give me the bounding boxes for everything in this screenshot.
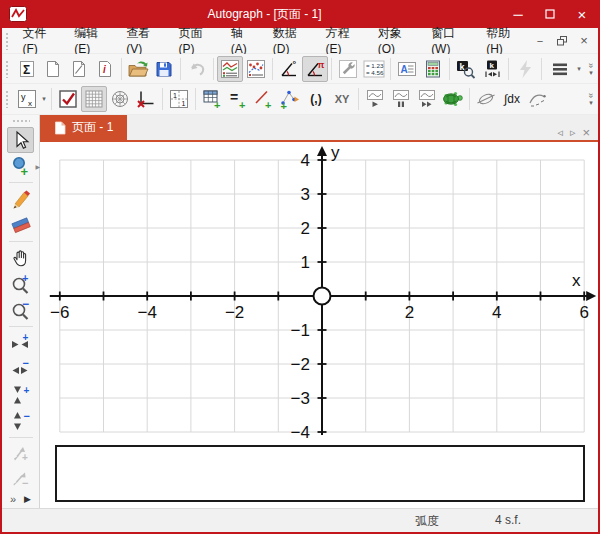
equation-entry-dropdown[interactable]: ▾ <box>40 95 48 103</box>
radians-mode-button[interactable]: π <box>302 56 328 82</box>
add-point-button[interactable]: + ▶ <box>7 153 34 179</box>
svg-text:+: + <box>23 385 29 396</box>
add-line-icon: + <box>253 88 275 110</box>
page-info-button[interactable]: i <box>92 56 118 82</box>
graph-page-mode-button[interactable] <box>217 56 243 82</box>
coordinates-icon: (,) <box>310 92 321 106</box>
eraser-button[interactable] <box>7 212 34 238</box>
zoom-out-y-button[interactable]: − <box>7 408 34 434</box>
autograph-window: Autograph - [页面 - 1] ─ × 文件(F)编辑(E)查看(V)… <box>0 0 600 534</box>
separator <box>508 58 509 80</box>
equation-entry-mode-button[interactable]: y x <box>14 86 40 112</box>
add-table-icon: + <box>201 88 223 110</box>
new-page-button[interactable] <box>40 56 66 82</box>
derivative-button[interactable] <box>525 86 551 112</box>
scribble-pen-button[interactable] <box>7 186 34 212</box>
fast-plot-button[interactable] <box>512 56 538 82</box>
svg-text:i: i <box>103 64 106 75</box>
polar-grid-button[interactable] <box>107 86 133 112</box>
add-straight-line-button[interactable]: + <box>251 86 277 112</box>
zoom-in-button[interactable]: + <box>7 271 34 297</box>
text-box-button[interactable]: A <box>394 56 420 82</box>
toolbar2-overflow-button[interactable]: » ▾ <box>584 92 598 106</box>
animation-pause-button[interactable] <box>388 86 414 112</box>
line-thickness-dropdown[interactable]: ▾ <box>575 65 583 73</box>
mdi-close-button[interactable]: × <box>574 32 594 50</box>
select-mode-button[interactable] <box>7 127 34 153</box>
statistics-mode-button[interactable] <box>243 56 269 82</box>
new-page-icon <box>43 59 63 79</box>
pencil-icon <box>10 188 32 210</box>
svg-text:k: k <box>490 61 495 70</box>
y-tick-label: 4 <box>301 151 310 170</box>
hide-axes-button[interactable] <box>133 86 159 112</box>
tab-bar: 页面 - 1 ◃ ▹ × <box>40 115 598 142</box>
calculator-button[interactable] <box>420 56 446 82</box>
mdi-restore-icon <box>557 36 568 46</box>
xy-data-button[interactable]: XY <box>329 86 355 112</box>
zoom-in-y-button[interactable]: + <box>7 382 34 408</box>
zoom-out-button[interactable]: − <box>7 297 34 323</box>
zoom-in-xy-icon: + <box>10 443 32 465</box>
tab-next-button[interactable]: ▹ <box>570 126 576 139</box>
slow-plot-button[interactable] <box>440 86 466 112</box>
add-equation-button[interactable]: = + <box>225 86 251 112</box>
save-button[interactable] <box>151 56 177 82</box>
new-graph-page-button[interactable] <box>66 56 92 82</box>
equal-aspect-button[interactable]: 1 1 <box>166 86 192 112</box>
zoom-out-icon: − <box>10 299 32 321</box>
add-data-table-button[interactable]: + <box>199 86 225 112</box>
constant-controller-button[interactable]: k <box>453 56 479 82</box>
status-bar: 弧度 4 s.f. <box>2 508 598 532</box>
wrench-icon <box>338 59 358 79</box>
sidebar-overflow: » ▶ <box>10 493 31 508</box>
zoom-out-xy-button[interactable]: − <box>7 467 34 493</box>
integral-button[interactable]: ∫dx <box>499 86 525 112</box>
enter-coordinates-button[interactable]: (,) <box>303 86 329 112</box>
zoom-out-x-button[interactable]: − <box>7 356 34 382</box>
animation-play-button[interactable] <box>362 86 388 112</box>
toolbar1-grip[interactable] <box>5 60 10 78</box>
close-button[interactable]: × <box>566 0 598 28</box>
undo-button[interactable] <box>184 56 210 82</box>
zoom-in-xy-button[interactable]: + <box>7 441 34 467</box>
mode-toolbar: + ▶ <box>2 115 40 508</box>
line-thickness-button[interactable] <box>545 56 575 82</box>
gradient-function-button[interactable] <box>473 86 499 112</box>
graph-plot-area[interactable]: −6−4−2246−4−3−2−11234xy <box>40 142 598 442</box>
checkbox-check-icon <box>57 88 79 110</box>
maximize-button[interactable] <box>534 0 566 28</box>
menubar-grip[interactable] <box>5 32 10 50</box>
svg-text:+: + <box>22 273 28 284</box>
toolbar1-overflow-button[interactable]: » ▾ <box>584 62 598 76</box>
mdi-restore-button[interactable] <box>552 32 572 50</box>
sidebar-more-button[interactable]: » <box>10 493 16 505</box>
animation-fast-forward-button[interactable] <box>414 86 440 112</box>
mdi-minimize-button[interactable]: − <box>530 32 550 50</box>
tab-close-button[interactable]: × <box>582 125 590 140</box>
sidebar-grip[interactable] <box>12 119 30 124</box>
svg-text:°: ° <box>293 59 297 69</box>
settings-button[interactable] <box>335 56 361 82</box>
open-file-button[interactable] <box>125 56 151 82</box>
tab-prev-button[interactable]: ◃ <box>557 126 563 139</box>
zoom-in-icon: + <box>10 273 32 295</box>
whiteboard-mode-button[interactable] <box>55 86 81 112</box>
animation-ffwd-icon <box>416 88 438 110</box>
new-statistics-page-button[interactable]: Σ <box>14 56 40 82</box>
add-shape-button[interactable]: + <box>277 86 303 112</box>
decimal-places-button[interactable]: = 1.23 = 4.56 <box>361 56 387 82</box>
zoom-in-x-button[interactable]: + <box>7 330 34 356</box>
toolbar2-grip[interactable] <box>5 90 10 108</box>
svg-text:π: π <box>318 60 325 70</box>
undo-icon <box>187 59 207 79</box>
new-graph-page-icon <box>69 59 89 79</box>
sidebar-expand-button[interactable]: ▶ <box>24 494 31 504</box>
show-grid-button[interactable] <box>81 86 107 112</box>
graph-canvas[interactable]: −6−4−2246−4−3−2−11234xy <box>40 142 598 508</box>
degrees-mode-button[interactable]: ° <box>276 56 302 82</box>
drag-pan-button[interactable] <box>7 245 34 271</box>
tab-page-1[interactable]: 页面 - 1 <box>40 115 127 140</box>
constant-step-button[interactable]: k <box>479 56 505 82</box>
origin-marker <box>314 288 331 305</box>
